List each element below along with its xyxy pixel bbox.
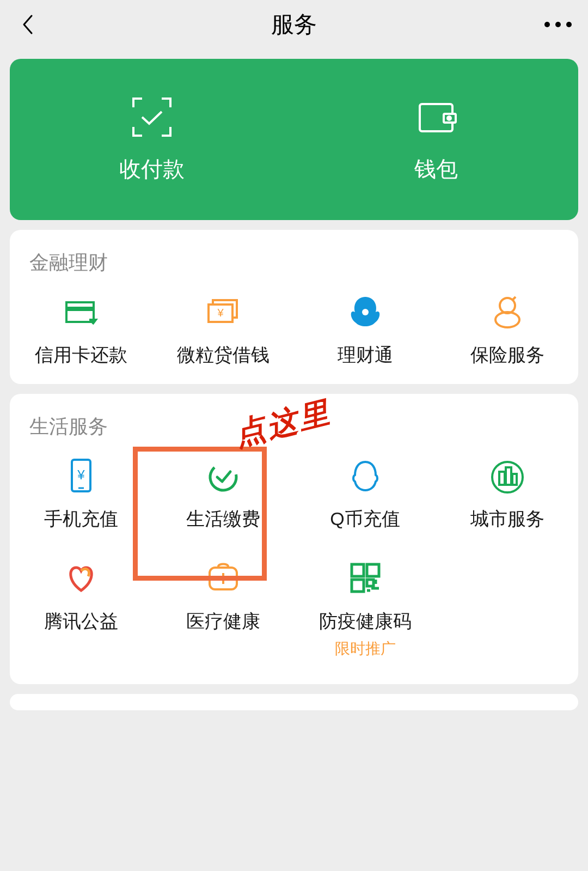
item-label: 信用卡还款: [35, 343, 127, 368]
phone-icon: ¥: [62, 456, 100, 495]
next-section-peek: [10, 694, 578, 710]
annotation-highlight: [133, 447, 267, 581]
svg-point-9: [495, 312, 519, 327]
invest-button[interactable]: 理财通: [294, 293, 436, 368]
city-services-button[interactable]: 城市服务: [436, 456, 578, 532]
qq-icon: [346, 456, 384, 495]
svg-rect-17: [499, 472, 505, 485]
item-label: 防疫健康码: [319, 609, 412, 634]
svg-rect-19: [512, 474, 517, 485]
svg-text:¥: ¥: [217, 307, 224, 319]
finance-section: 金融理财 信用卡还款 ¥ 微粒贷借钱: [10, 230, 578, 384]
svg-point-2: [448, 117, 451, 120]
qq-coin-button[interactable]: Q币充值: [294, 456, 436, 532]
pay-receive-button[interactable]: 收付款: [10, 95, 294, 184]
scan-pay-icon: [130, 95, 174, 139]
item-label: 微粒贷借钱: [177, 343, 270, 368]
insurance-icon: [488, 293, 526, 331]
page-title: 服务: [271, 9, 317, 40]
svg-rect-22: [367, 564, 379, 576]
credit-card-icon: [62, 293, 100, 331]
loan-icon: ¥: [204, 293, 242, 331]
insurance-button[interactable]: 保险服务: [436, 293, 578, 368]
wallet-icon: [414, 95, 458, 139]
wallet-label: 钱包: [414, 154, 458, 184]
wallet-button[interactable]: 钱包: [294, 95, 578, 184]
item-label: 城市服务: [470, 507, 544, 532]
phone-recharge-button[interactable]: ¥ 手机充值: [10, 456, 152, 532]
dot-icon: [555, 22, 561, 27]
svg-text:¥: ¥: [77, 467, 85, 482]
dot-icon: [566, 22, 572, 27]
credit-card-repay-button[interactable]: 信用卡还款: [10, 293, 152, 368]
item-label: 理财通: [338, 343, 393, 368]
svg-rect-21: [352, 564, 364, 576]
chevron-left-icon: [21, 14, 33, 35]
svg-rect-4: [66, 307, 94, 311]
item-label: 手机充值: [44, 507, 118, 532]
invest-icon: [346, 293, 384, 331]
back-button[interactable]: [16, 14, 38, 35]
svg-rect-23: [352, 580, 364, 592]
item-label: Q币充值: [330, 507, 400, 532]
hero-card: 收付款 钱包: [10, 59, 578, 220]
qr-code-icon: [346, 559, 384, 597]
pay-label: 收付款: [119, 154, 185, 184]
city-icon: [488, 456, 526, 495]
charity-button[interactable]: 腾讯公益: [10, 559, 152, 659]
item-label: 保险服务: [470, 343, 544, 368]
health-code-button[interactable]: 防疫健康码 限时推广: [294, 559, 436, 659]
section-title: 金融理财: [10, 249, 578, 282]
item-label: 医疗健康: [186, 609, 260, 634]
svg-point-8: [362, 309, 369, 315]
svg-rect-18: [506, 467, 511, 485]
heart-icon: [62, 559, 100, 597]
header: 服务: [0, 0, 588, 49]
item-sublabel: 限时推广: [335, 638, 396, 659]
more-button[interactable]: [544, 22, 572, 27]
dot-icon: [544, 22, 550, 27]
loan-button[interactable]: ¥ 微粒贷借钱: [152, 293, 294, 368]
item-label: 腾讯公益: [44, 609, 118, 634]
svg-line-11: [512, 297, 516, 300]
